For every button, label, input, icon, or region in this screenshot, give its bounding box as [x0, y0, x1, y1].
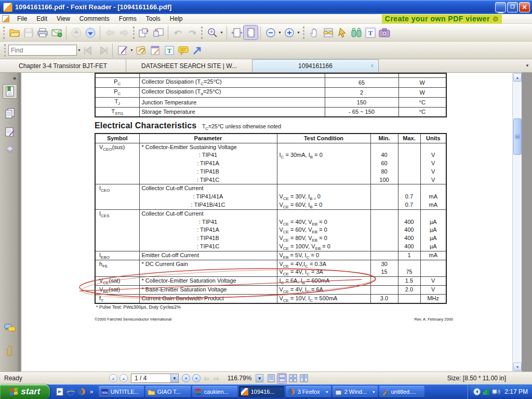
- taskbar-button-isis[interactable]: isisUNTITLE...: [99, 386, 144, 397]
- document-tab-1[interactable]: Chapter 3-4 Transistor BJT-FET: [0, 59, 126, 72]
- minimize-button[interactable]: ▁: [495, 2, 506, 12]
- menu-item-edit[interactable]: Edit: [32, 14, 52, 23]
- restore-button[interactable]: ❐: [507, 2, 518, 12]
- group-dropdown-icon[interactable]: ▼: [325, 390, 329, 394]
- fit-page-button[interactable]: [244, 25, 258, 39]
- snapshot-pages-button[interactable]: [137, 25, 151, 39]
- menu-item-view[interactable]: View: [52, 14, 75, 23]
- zoom-out-dropdown[interactable]: ▼: [277, 25, 282, 39]
- pencil-annotation-button[interactable]: [115, 43, 129, 57]
- volume-icon[interactable]: [492, 389, 500, 395]
- arrow-annotation-button[interactable]: [190, 43, 204, 57]
- find-input[interactable]: [8, 45, 77, 56]
- attachments-panel-button[interactable]: [3, 344, 17, 358]
- first-page-button[interactable]: ▲̄: [109, 374, 117, 382]
- email-button[interactable]: [49, 25, 63, 39]
- toolbar-grip[interactable]: [133, 26, 135, 39]
- single-page-layout-button[interactable]: [267, 374, 275, 383]
- sidebar-expand-icon[interactable]: »: [13, 75, 16, 81]
- scroll-up-button[interactable]: ▲: [513, 73, 522, 82]
- go-forward-button[interactable]: [117, 25, 131, 39]
- quick-launch-overflow-chevron[interactable]: »: [90, 388, 94, 395]
- layers-panel-button[interactable]: [3, 142, 17, 156]
- taskbar-button-window[interactable]: 2 Wind...▼: [332, 386, 378, 397]
- document-window-icon[interactable]: [2, 15, 9, 22]
- close-button[interactable]: ✕: [519, 2, 530, 12]
- toolbar-grip[interactable]: [4, 44, 6, 57]
- note-annotation-button[interactable]: [148, 43, 162, 57]
- print-button[interactable]: [35, 25, 49, 39]
- taskbar-button-folder[interactable]: GIAO T...: [145, 386, 191, 397]
- toolbar-grip[interactable]: [201, 26, 203, 39]
- next-page-button[interactable]: ▼: [182, 374, 190, 382]
- taskbar-button-foxit[interactable]: 109416...: [239, 386, 284, 397]
- comments-panel-button[interactable]: [3, 125, 17, 139]
- zoom-in-button[interactable]: [282, 25, 296, 39]
- comments-list-button[interactable]: [3, 321, 17, 336]
- menu-item-file[interactable]: File: [12, 14, 32, 23]
- previous-page-button[interactable]: ▲: [119, 374, 128, 382]
- tab-close-icon[interactable]: ×: [370, 62, 374, 70]
- ad-banner[interactable]: Create your own PDF viewer ⚙: [382, 15, 502, 23]
- document-tab-3[interactable]: 1094161166×: [252, 59, 379, 72]
- tab-list-dropdown[interactable]: ▼: [523, 59, 532, 72]
- undo-button[interactable]: [171, 25, 185, 39]
- facing-layout-button[interactable]: [288, 374, 297, 383]
- select-tool-button[interactable]: [335, 25, 349, 39]
- fit-width-button[interactable]: [230, 25, 244, 39]
- save-button[interactable]: [21, 25, 35, 39]
- snapshot-button[interactable]: [377, 25, 391, 39]
- clipboard-pages-button[interactable]: [151, 25, 165, 39]
- zoom-tool-button[interactable]: [205, 25, 219, 39]
- find-next-button[interactable]: [96, 43, 110, 57]
- taskbar-button-firefox[interactable]: 3 Firefox▼: [286, 386, 331, 397]
- zoom-tool-dropdown[interactable]: ▼: [219, 25, 224, 39]
- open-file-button[interactable]: [7, 25, 21, 39]
- previous-view-button[interactable]: [69, 25, 83, 39]
- page-dropdown-icon[interactable]: ▼: [170, 374, 178, 382]
- vertical-scrollbar[interactable]: ▲ ▼: [512, 73, 522, 371]
- media-player-icon[interactable]: [55, 387, 64, 396]
- select-text-button[interactable]: T: [363, 25, 377, 39]
- menu-item-comments[interactable]: Comments: [75, 14, 114, 23]
- reading-mode-button[interactable]: [321, 25, 335, 39]
- typewriter-button[interactable]: T: [162, 43, 176, 57]
- zoom-out-button[interactable]: [263, 25, 277, 39]
- taskbar-button-paint[interactable]: untitled....: [379, 386, 424, 397]
- next-view-arrow[interactable]: ⇨: [214, 375, 219, 382]
- zoom-dropdown-icon[interactable]: ▼: [256, 374, 263, 382]
- firefox-icon[interactable]: [77, 387, 86, 396]
- internet-explorer-icon[interactable]: [66, 387, 75, 396]
- hide-icons-icon[interactable]: [473, 388, 481, 395]
- pages-panel-button[interactable]: [3, 106, 17, 121]
- zoom-in-dropdown[interactable]: ▼: [296, 25, 301, 39]
- last-page-button[interactable]: ▼̱: [192, 374, 201, 382]
- scroll-down-button[interactable]: ▼: [513, 363, 522, 371]
- menu-item-help[interactable]: Help: [165, 14, 188, 23]
- page-number-box[interactable]: 1 / 4 ▼: [131, 374, 179, 383]
- hand-tool-button[interactable]: [307, 25, 321, 39]
- menu-item-tools[interactable]: Tools: [141, 14, 165, 23]
- continuous-layout-button[interactable]: [277, 374, 286, 383]
- zoom-level-box[interactable]: 116.79% ▼: [223, 374, 263, 383]
- search-button[interactable]: [349, 25, 363, 39]
- continuous-facing-layout-button[interactable]: [299, 374, 308, 383]
- find-history-dropdown[interactable]: ▼: [77, 43, 82, 57]
- comment-button[interactable]: [176, 43, 190, 57]
- next-view-button[interactable]: [83, 25, 97, 39]
- network-activity-icon[interactable]: [483, 388, 490, 395]
- bookmarks-panel-button[interactable]: [3, 84, 17, 99]
- toolbar-grip[interactable]: [303, 26, 305, 39]
- group-dropdown-icon[interactable]: ▼: [372, 390, 376, 394]
- attach-file-button[interactable]: [134, 43, 148, 57]
- taskbar-button-winrar[interactable]: caukien...: [192, 386, 237, 397]
- pdf-page[interactable]: IBBase Current2APCCollector Dissipation …: [21, 73, 517, 371]
- redo-button[interactable]: [185, 25, 199, 39]
- pencil-annotation-dropdown[interactable]: ▼: [129, 43, 134, 57]
- scrollbar-thumb[interactable]: [513, 118, 522, 155]
- menu-item-forms[interactable]: Forms: [114, 14, 141, 23]
- start-button[interactable]: start: [0, 384, 50, 399]
- document-tab-2[interactable]: DATASHEET SEARCH SITE | W...: [126, 59, 252, 72]
- find-previous-button[interactable]: [82, 43, 96, 57]
- toolbar-grip[interactable]: [3, 26, 5, 39]
